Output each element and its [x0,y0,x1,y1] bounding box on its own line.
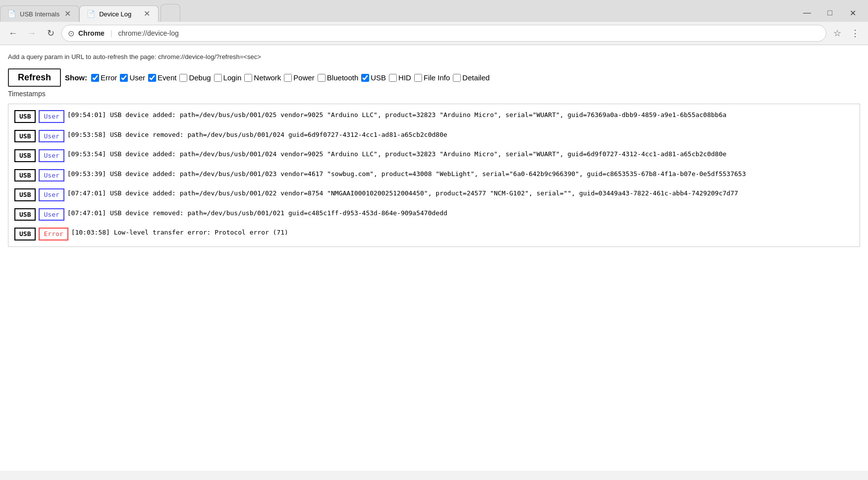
level-tag: User [39,169,64,182]
checkbox-hid-label: HID [398,73,411,82]
checkbox-login[interactable]: Login [214,73,242,82]
tab-usb-internals[interactable]: 📄 USB Internals ✕ [0,5,79,22]
refresh-button[interactable]: Refresh [8,68,61,87]
log-entry: USBUser[09:54:01] USB device added: path… [14,110,854,123]
checkbox-event-input[interactable] [148,74,156,82]
checkbox-network-input[interactable] [244,74,252,82]
tab-page-icon: 📄 [7,10,16,18]
checkbox-debug-input[interactable] [179,74,187,82]
log-message: [09:53:58] USB device removed: path=/dev… [67,130,854,140]
tab-label: USB Internals [20,10,59,18]
checkbox-user-input[interactable] [120,74,128,82]
log-entry: USBUser[07:47:01] USB device removed: pa… [14,208,854,221]
log-entry: USBUser[07:47:01] USB device added: path… [14,188,854,201]
log-message: [07:47:01] USB device removed: path=/dev… [67,208,854,218]
tab-device-log[interactable]: 📄 Device Log ✕ [79,5,159,22]
checkbox-detailed-input[interactable] [453,74,461,82]
checkbox-network[interactable]: Network [244,73,281,82]
checkbox-bluetooth-label: Bluetooth [327,73,358,82]
checkbox-power[interactable]: Power [284,73,315,82]
level-tag: User [39,149,64,162]
checkbox-detailed[interactable]: Detailed [453,73,489,82]
checkbox-power-input[interactable] [284,74,292,82]
checkbox-event-label: Event [158,73,176,82]
checkbox-bluetooth-input[interactable] [318,74,326,82]
type-tag: USB [14,130,36,143]
menu-button[interactable]: ⋮ [847,25,863,41]
level-tag: User [39,208,64,221]
address-bar[interactable]: ⊙ Chrome | chrome://device-log [61,25,826,42]
reload-button[interactable]: ↻ [43,25,58,41]
tab-page-icon-2: 📄 [87,10,95,18]
chrome-icon: ⊙ [68,29,74,38]
log-message: [09:54:01] USB device added: path=/dev/b… [67,110,854,120]
checkbox-user-label: User [129,73,145,82]
level-tag: User [39,110,64,123]
tab-close-button-2[interactable]: ✕ [143,10,151,18]
type-tag: USB [14,188,36,201]
level-tag: Error [39,228,68,240]
log-message: [10:03:58] Low-level transfer error: Pro… [71,228,854,238]
type-tag: USB [14,228,36,240]
checkbox-debug-label: Debug [189,73,211,82]
browser-chrome: 📄 USB Internals ✕ 📄 Device Log ✕ — □ ✕ ←… [0,0,868,45]
new-tab-button[interactable] [161,4,180,22]
log-entry: USBUser[09:53:58] USB device removed: pa… [14,130,854,143]
checkbox-error-label: Error [101,73,117,82]
level-tag: User [39,188,64,201]
forward-button[interactable]: → [24,25,40,41]
window-controls: — □ ✕ [796,4,868,22]
show-label: Show: [65,73,87,82]
checkbox-power-label: Power [293,73,315,82]
nav-bar: ← → ↻ ⊙ Chrome | chrome://device-log ☆ ⋮ [0,22,868,45]
nav-actions: ☆ ⋮ [829,25,863,41]
level-tag: User [39,130,64,143]
checkbox-bluetooth[interactable]: Bluetooth [318,73,358,82]
log-entry: USBError[10:03:58] Low-level transfer er… [14,228,854,240]
tab-close-button[interactable]: ✕ [63,10,72,18]
checkbox-usb-label: USB [371,73,386,82]
address-separator: | [110,29,112,37]
log-message: [07:47:01] USB device added: path=/dev/b… [67,188,854,198]
type-tag: USB [14,110,36,123]
page-content: Add a query param in URL to auto-refresh… [0,45,868,471]
checkbox-usb-input[interactable] [361,74,369,82]
log-entry: USBUser[09:53:54] USB device added: path… [14,149,854,162]
back-button[interactable]: ← [5,25,21,41]
bookmark-button[interactable]: ☆ [829,25,845,41]
tab-label-2: Device Log [99,10,131,18]
info-text: Add a query param in URL to auto-refresh… [8,53,860,60]
type-tag: USB [14,149,36,162]
checkbox-debug[interactable]: Debug [179,73,211,82]
checkbox-user[interactable]: User [120,73,145,82]
timestamps-label: Timestamps [8,90,860,98]
app-name: Chrome [78,29,105,37]
checkbox-login-input[interactable] [214,74,222,82]
checkbox-group: Error User Event Debug Login Network [91,73,489,82]
tab-bar: 📄 USB Internals ✕ 📄 Device Log ✕ — □ ✕ [0,0,868,22]
checkbox-fileinfo-input[interactable] [414,74,422,82]
type-tag: USB [14,169,36,182]
log-entry: USBUser[09:53:39] USB device added: path… [14,169,854,182]
minimize-button[interactable]: — [796,4,818,22]
checkbox-fileinfo-label: File Info [424,73,450,82]
log-message: [09:53:54] USB device added: path=/dev/b… [67,149,854,159]
address-url: chrome://device-log [118,29,179,37]
log-container: USBUser[09:54:01] USB device added: path… [8,104,860,247]
checkbox-error-input[interactable] [91,74,99,82]
checkbox-network-label: Network [254,73,281,82]
checkbox-error[interactable]: Error [91,73,117,82]
checkbox-usb[interactable]: USB [361,73,386,82]
checkbox-detailed-label: Detailed [462,73,489,82]
checkbox-hid-input[interactable] [389,74,397,82]
maximize-button[interactable]: □ [818,4,841,22]
checkbox-login-label: Login [223,73,242,82]
type-tag: USB [14,208,36,221]
log-message: [09:53:39] USB device added: path=/dev/b… [67,169,854,179]
close-button[interactable]: ✕ [841,4,864,22]
checkbox-event[interactable]: Event [148,73,176,82]
checkbox-fileinfo[interactable]: File Info [414,73,450,82]
checkbox-hid[interactable]: HID [389,73,411,82]
controls-bar: Refresh Show: Error User Event Debug Log… [8,68,860,87]
